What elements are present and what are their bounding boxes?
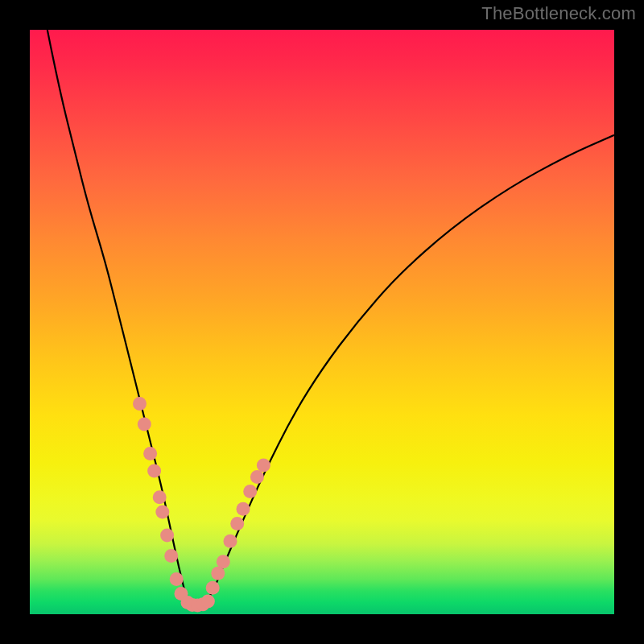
- curve-marker: [143, 447, 157, 460]
- chart-plot-area: [30, 30, 614, 614]
- curve-marker: [243, 485, 257, 498]
- curve-marker: [164, 549, 178, 563]
- curve-marker: [133, 397, 147, 411]
- curve-layer: [47, 30, 614, 605]
- curve-marker: [138, 418, 151, 431]
- curve-marker: [155, 506, 169, 519]
- bottleneck-curve: [47, 30, 614, 605]
- curve-marker: [160, 529, 174, 543]
- curve-marker: [230, 517, 244, 530]
- curve-marker: [250, 470, 264, 484]
- curve-marker: [224, 535, 237, 548]
- curve-marker: [217, 555, 230, 568]
- watermark-text: TheBottleneck.com: [481, 3, 636, 24]
- curve-marker: [201, 595, 215, 609]
- curve-marker: [257, 458, 270, 472]
- curve-marker: [153, 490, 167, 504]
- curve-marker: [237, 502, 250, 516]
- curve-marker: [206, 581, 220, 595]
- curve-marker: [170, 572, 184, 586]
- chart-svg: [30, 30, 614, 614]
- chart-stage: TheBottleneck.com: [0, 0, 644, 644]
- curve-marker: [211, 567, 225, 580]
- curve-marker: [147, 464, 161, 478]
